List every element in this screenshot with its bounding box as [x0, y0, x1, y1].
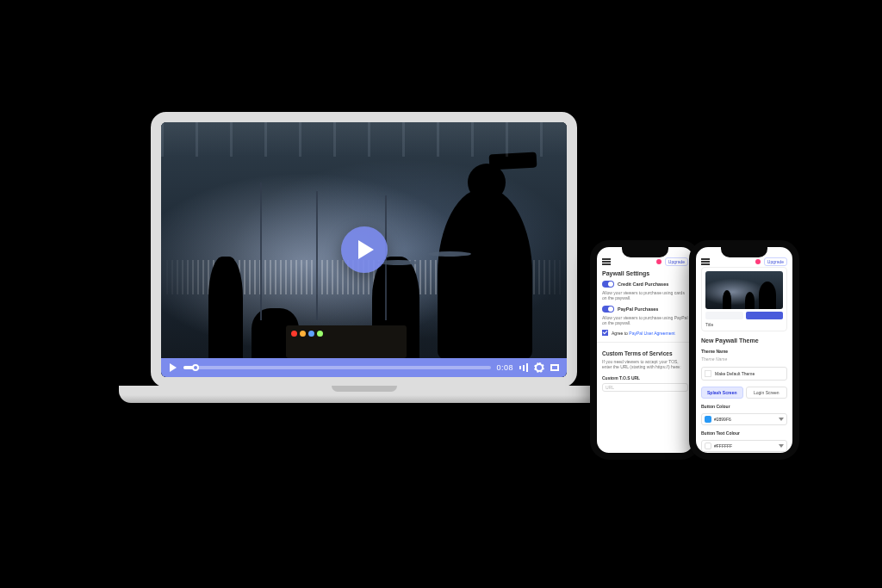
play-icon: [358, 240, 374, 259]
theme-name-label: Theme Name: [701, 349, 787, 354]
page-title: Paywall Settings: [602, 270, 688, 276]
upgrade-button[interactable]: Upgrade: [665, 257, 688, 266]
tab-login-screen[interactable]: Login Screen: [746, 387, 788, 399]
paypal-label: PayPal Purchases: [618, 306, 658, 312]
paypal-description: Allow your viewers to purchase using Pay…: [602, 315, 688, 326]
hamburger-icon[interactable]: [701, 258, 710, 265]
screen-tabs: Splash Screen Login Screen: [701, 387, 787, 399]
button-colour-value: #2899F6: [714, 417, 731, 422]
laptop-lid: 0:08: [151, 112, 577, 387]
agree-checkbox[interactable]: [602, 330, 608, 336]
notification-dot-icon: [755, 259, 761, 264]
seek-knob[interactable]: [192, 364, 199, 371]
button-colour-picker[interactable]: #2899F6: [701, 413, 787, 425]
agree-prefix: Agree to: [612, 331, 628, 336]
button-colour-label: Button Colour: [701, 404, 787, 409]
button-text-colour-label: Button Text Colour: [701, 430, 787, 436]
hamburger-icon[interactable]: [602, 258, 611, 265]
settings-button[interactable]: [534, 362, 544, 373]
mic-stand: [260, 183, 262, 320]
chevron-down-icon: [779, 418, 784, 421]
checkbox-empty-icon: [705, 370, 711, 377]
preview-info-slot: [705, 312, 743, 319]
credit-card-label: Credit Card Purchases: [618, 282, 668, 287]
upgrade-button[interactable]: Upgrade: [764, 257, 787, 266]
cymbal: [428, 251, 471, 257]
player-controls: 0:08: [161, 358, 567, 377]
make-default-label: Make Default Theme: [715, 371, 755, 376]
phone-notch: [622, 247, 668, 257]
preview-cta-button[interactable]: [746, 312, 784, 319]
phone-mockup-settings: Upgrade Paywall Settings Credit Card Pur…: [590, 240, 700, 460]
laptop-screen: 0:08: [161, 122, 567, 377]
mic-stand: [316, 191, 318, 320]
play-small-button[interactable]: [168, 362, 178, 373]
gear-icon: [535, 363, 543, 372]
theme-header: New Paywall Theme: [701, 337, 787, 344]
play-icon: [170, 363, 177, 372]
tos-url-placeholder: URL: [606, 385, 614, 390]
preview-thumbnail: [705, 271, 783, 309]
chevron-down-icon: [779, 444, 784, 448]
theme-preview-card: Title: [701, 267, 787, 331]
phone-notch: [721, 247, 767, 257]
preview-title-label: Title: [705, 322, 783, 327]
seek-bar[interactable]: [183, 366, 491, 369]
tos-description: If you need viewers to accept your TOS, …: [602, 359, 688, 370]
colour-swatch-icon: [705, 443, 711, 449]
tos-url-input[interactable]: URL: [602, 383, 688, 392]
paypal-agreement-link[interactable]: PayPal User Agreement: [629, 331, 674, 336]
divider: [597, 342, 693, 343]
volume-button[interactable]: [519, 362, 529, 373]
paypal-toggle[interactable]: [602, 306, 614, 313]
credit-card-description: Allow your viewers to purchase using car…: [602, 290, 688, 301]
crowd-silhouette: [438, 188, 532, 360]
credit-card-toggle[interactable]: [602, 281, 614, 288]
tab-splash-screen[interactable]: Splash Screen: [701, 387, 743, 399]
phone-mockup-theme: Upgrade Title New Paywall Theme Theme Na…: [689, 240, 799, 460]
band-silhouette: [208, 257, 243, 360]
shadow: [140, 408, 588, 427]
tos-header: Custom Terms of Services: [602, 350, 688, 356]
fullscreen-icon: [550, 364, 559, 371]
laptop-base: [119, 386, 610, 403]
button-text-colour-picker[interactable]: #FFFFFF: [701, 440, 787, 452]
play-button[interactable]: [341, 226, 388, 273]
elapsed-time: 0:08: [496, 363, 513, 372]
theme-name-input[interactable]: Theme Name: [701, 356, 787, 362]
tos-url-label: Custom T.O.S URL: [602, 375, 688, 381]
stage-amps: [286, 325, 407, 358]
button-text-colour-value: #FFFFFF: [714, 443, 732, 449]
colour-swatch-icon: [705, 416, 711, 423]
laptop-notch: [332, 386, 397, 392]
make-default-row[interactable]: Make Default Theme: [701, 367, 787, 381]
notification-dot-icon: [656, 259, 662, 264]
fullscreen-button[interactable]: [550, 362, 560, 373]
laptop-mockup: 0:08: [151, 112, 577, 403]
video-player: 0:08: [161, 122, 567, 377]
